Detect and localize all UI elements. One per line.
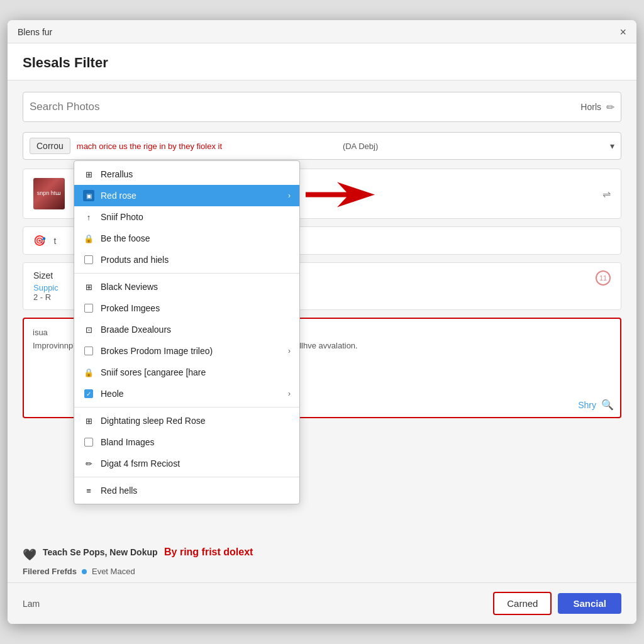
size-detail: 2 - R <box>33 292 58 302</box>
search-action-label: Horls <box>580 102 601 112</box>
bottom-title-red: By ring frist dolext <box>164 547 253 557</box>
menu-item-be-foose[interactable]: 🔒 Be the foose <box>74 228 299 249</box>
bottom-bar: 🖤 Teach Se Pops, New Dokup By ring frist… <box>8 540 636 582</box>
search-input[interactable] <box>30 101 580 113</box>
menu-item-bland[interactable]: Bland Images <box>74 431 299 453</box>
search-action: Horls ✏ <box>580 101 614 113</box>
primary-button[interactable]: Sancial <box>558 593 621 614</box>
size-info: Sizet Suppic 2 - R <box>33 270 58 302</box>
close-button[interactable]: × <box>619 26 626 38</box>
menu-item-bland-label: Bland Images <box>101 437 291 447</box>
menu-item-sniif-icon: ↑ <box>83 211 94 223</box>
menu-item-digat-icon: ✏ <box>83 458 94 469</box>
menu-item-produts-label: Produts and hiels <box>101 255 291 265</box>
dialog-body: Horls ✏ Corrou mach orice us the rige in… <box>8 80 636 540</box>
dot-badge <box>82 569 87 574</box>
filter-label-gray: (DA Debj) <box>343 142 605 151</box>
dialog-title: Slesals Filter <box>23 55 108 70</box>
cancel-button[interactable]: Carned <box>493 592 552 615</box>
menu-item-black-label: Black Neviews <box>101 282 291 292</box>
menu-item-brokes[interactable]: Brokes Prodom Image trileo) › <box>74 340 299 362</box>
menu-item-sniif-sores[interactable]: 🔒 Sniif sores [cangaree [hare <box>74 362 299 383</box>
menu-item-sniif-sores-label: Sniif sores [cangaree [hare <box>101 367 291 377</box>
footer-label: Lam <box>23 599 40 609</box>
menu-item-heole-icon: ✓ <box>83 388 94 399</box>
filter-row: Corrou mach orice us the rige in by they… <box>23 132 621 160</box>
size-badge: 11 <box>596 270 611 286</box>
menu-item-dightating[interactable]: ⊞ Dightating sleep Red Rose <box>74 410 299 431</box>
notes-search-icon[interactable]: 🔍 <box>601 399 614 411</box>
menu-item-black-icon: ⊞ <box>83 281 94 292</box>
field-value: Evet Maced <box>92 567 135 576</box>
notes-action-label[interactable]: Shry <box>578 400 596 410</box>
menu-item-brokes-icon <box>83 345 94 357</box>
filter-label-red: mach orice us the rige in by they fiolex… <box>77 142 339 151</box>
menu-item-foose-label: Be the foose <box>101 233 291 243</box>
dropdown-arrow[interactable]: ▾ <box>610 141 614 151</box>
size-sub: Suppic <box>33 283 58 292</box>
menu-separator-1 <box>74 273 299 274</box>
filter-tab[interactable]: Corrou <box>30 138 70 154</box>
menu-item-braade[interactable]: ⊡ Braade Dxealours <box>74 319 299 340</box>
menu-item-heole[interactable]: ✓ Heole › <box>74 383 299 404</box>
menu-item-produts[interactable]: Produts and hiels <box>74 249 299 270</box>
menu-item-label: Rerallus <box>101 169 291 179</box>
menu-item-black-neviews[interactable]: ⊞ Black Neviews <box>74 276 299 297</box>
edit-icon[interactable]: ✏ <box>606 101 614 113</box>
section-plain-title: t <box>53 236 56 246</box>
title-bar-title: Blens fur <box>18 27 52 37</box>
bottom-icon: 🖤 <box>23 548 36 562</box>
menu-item-proked-icon <box>83 303 94 314</box>
menu-item-sniif-sores-icon: 🔒 <box>83 367 94 378</box>
menu-item-produts-icon <box>83 254 94 265</box>
target-icon: 🎯 <box>33 235 46 246</box>
bottom-text: Teach Se Pops, New Dokup By ring frist d… <box>43 547 621 558</box>
size-title: Sizet <box>33 270 58 280</box>
menu-item-dightating-icon: ⊞ <box>83 415 94 426</box>
card-thumb-text: snpn htɯ <box>37 190 62 197</box>
menu-item-red-rose[interactable]: ▣ Red rose › <box>74 185 299 206</box>
menu-item-red-hells-label: Red hells <box>101 486 291 496</box>
menu-item-bland-icon <box>83 436 94 448</box>
search-bar: Horls ✏ <box>23 92 621 122</box>
menu-separator-3 <box>74 477 299 477</box>
dialog-container: Blens fur × Slesals Filter Horls ✏ Corro… <box>8 20 636 624</box>
menu-item-heole-label: Heole <box>101 389 282 399</box>
fields-label: Filered Frefds <box>23 567 77 576</box>
menu-item-foose-icon: 🔒 <box>83 233 94 244</box>
menu-item-proked-label: Proked Imgees <box>101 303 291 313</box>
menu-item-brokes-label: Brokes Prodom Image trileo) <box>101 346 282 356</box>
notes-actions: Shry 🔍 <box>578 399 614 411</box>
menu-separator-2 <box>74 407 299 408</box>
bottom-fields: Filered Frefds Evet Maced <box>23 567 621 576</box>
menu-item-red-hells[interactable]: ≡ Red hells <box>74 480 299 501</box>
menu-item-braade-label: Braade Dxealours <box>101 325 291 335</box>
dropdown-menu: ⊞ Rerallus ▣ Red rose › <box>74 160 300 504</box>
menu-item-sniif-photo[interactable]: ↑ Sniif Photo <box>74 206 299 228</box>
menu-item-dightating-label: Dightating sleep Red Rose <box>101 416 291 426</box>
menu-item-icon: ⊞ <box>83 169 94 180</box>
menu-item-red-rose-arrow: › <box>288 191 291 200</box>
card-thumbnail: snpn htɯ <box>33 178 65 209</box>
menu-item-red-rose-icon: ▣ <box>83 190 94 201</box>
dialog-header: Slesals Filter <box>8 43 636 80</box>
title-bar: Blens fur × <box>8 20 636 43</box>
menu-item-digat-label: Digat 4 fsrm Reciost <box>101 458 291 469</box>
menu-item-red-rose-label: Red rose <box>101 191 282 201</box>
menu-item-heole-arrow: › <box>288 389 291 398</box>
menu-item-red-hells-icon: ≡ <box>83 485 94 496</box>
menu-item-brokes-arrow: › <box>288 347 291 355</box>
menu-item-proked[interactable]: Proked Imgees <box>74 297 299 319</box>
menu-item-braade-icon: ⊡ <box>83 324 94 335</box>
menu-item-rerallus[interactable]: ⊞ Rerallus <box>74 164 299 185</box>
menu-item-sniif-label: Sniif Photo <box>101 212 291 222</box>
menu-item-digat[interactable]: ✏ Digat 4 fsrm Reciost <box>74 453 299 474</box>
bottom-info: 🖤 Teach Se Pops, New Dokup By ring frist… <box>23 547 621 562</box>
bottom-title: Teach Se Pops, New Dokup <box>43 547 158 557</box>
dialog-footer: Lam Carned Sancial <box>8 582 636 624</box>
card-icon-right: ⇌ <box>602 188 611 200</box>
